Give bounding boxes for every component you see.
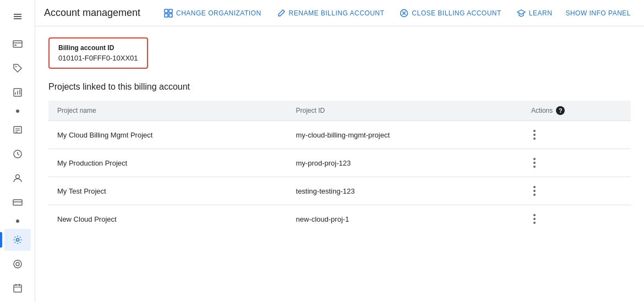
tag-icon bbox=[12, 63, 23, 74]
more-dot bbox=[533, 186, 536, 188]
change-organization-button[interactable]: CHANGE ORGANIZATION bbox=[157, 4, 268, 22]
svg-rect-0 bbox=[13, 41, 22, 47]
sidebar bbox=[0, 0, 35, 302]
svg-rect-19 bbox=[14, 285, 21, 292]
list-icon bbox=[12, 124, 23, 135]
svg-point-16 bbox=[16, 239, 19, 241]
svg-rect-24 bbox=[169, 9, 172, 13]
header: Account management CHANGE ORGANIZATION R… bbox=[35, 0, 644, 26]
more-dot bbox=[533, 222, 536, 224]
sidebar-item-dot1 bbox=[4, 106, 31, 117]
actions-cell bbox=[522, 205, 631, 233]
grid-icon bbox=[164, 9, 173, 18]
close-circle-icon bbox=[400, 9, 408, 18]
clock-icon bbox=[12, 149, 23, 160]
row-actions-menu-button[interactable] bbox=[531, 184, 622, 198]
billing-id-value: 010101-F0FFF0-10XX01 bbox=[58, 54, 138, 62]
svg-point-17 bbox=[14, 260, 21, 268]
sidebar-item-tags[interactable] bbox=[4, 57, 31, 79]
project-id-cell: my-prod-proj-123 bbox=[287, 149, 522, 177]
sidebar-item-account[interactable] bbox=[4, 167, 31, 189]
project-name-cell: New Cloud Project bbox=[48, 205, 287, 233]
rename-billing-account-label: RENAME BILLING ACCOUNT bbox=[289, 9, 385, 17]
calendar-icon bbox=[12, 283, 23, 294]
graduation-icon bbox=[517, 9, 526, 18]
learn-button[interactable]: LEARN bbox=[510, 4, 559, 22]
dot-icon bbox=[16, 109, 19, 113]
row-actions-menu-button[interactable] bbox=[531, 156, 622, 170]
learn-label: LEARN bbox=[529, 9, 553, 17]
row-actions-menu-button[interactable] bbox=[531, 212, 622, 226]
sidebar-item-transactions[interactable] bbox=[4, 119, 31, 141]
svg-point-13 bbox=[15, 175, 19, 179]
svg-point-18 bbox=[16, 262, 19, 266]
actions-cell bbox=[522, 121, 631, 149]
header-actions: CHANGE ORGANIZATION RENAME BILLING ACCOU… bbox=[157, 4, 635, 22]
col-project-name: Project name bbox=[48, 101, 287, 121]
col-actions: Actions ? bbox=[522, 101, 631, 121]
sidebar-item-commitments[interactable] bbox=[4, 277, 31, 299]
card-icon bbox=[12, 197, 23, 208]
edit-icon bbox=[277, 9, 286, 18]
dot-icon bbox=[16, 219, 19, 223]
project-id-cell: my-cloud-billing-mgmt-project bbox=[287, 121, 522, 149]
more-dot bbox=[533, 130, 536, 132]
sidebar-item-settings[interactable] bbox=[4, 229, 31, 251]
sidebar-item-billing[interactable] bbox=[4, 33, 31, 55]
actions-cell bbox=[522, 177, 631, 205]
more-dot bbox=[533, 166, 536, 168]
reports-icon bbox=[12, 87, 23, 98]
table-row: My Production Project my-prod-proj-123 bbox=[48, 149, 631, 177]
table-row: My Test Project testing-testing-123 bbox=[48, 177, 631, 205]
table-header: Project name Project ID Actions ? bbox=[48, 101, 631, 121]
actions-cell bbox=[522, 149, 631, 177]
svg-point-3 bbox=[15, 66, 16, 67]
sidebar-item-payment[interactable] bbox=[4, 191, 31, 213]
svg-rect-2 bbox=[14, 45, 17, 46]
person-icon bbox=[12, 173, 23, 184]
table-row: My Cloud Billing Mgmt Project my-cloud-b… bbox=[48, 121, 631, 149]
project-id-cell: testing-testing-123 bbox=[287, 177, 522, 205]
more-dot bbox=[533, 194, 536, 196]
page-title: Account management bbox=[44, 7, 140, 19]
actions-help-icon[interactable]: ? bbox=[556, 106, 565, 115]
project-name-cell: My Production Project bbox=[48, 149, 287, 177]
menu-icon bbox=[14, 14, 21, 19]
plugin-icon bbox=[12, 259, 23, 270]
billing-icon bbox=[12, 39, 23, 50]
svg-marker-30 bbox=[517, 10, 525, 14]
sidebar-item-reports[interactable] bbox=[4, 81, 31, 103]
sidebar-item-dot2 bbox=[4, 216, 31, 227]
main-content: Account management CHANGE ORGANIZATION R… bbox=[35, 0, 644, 302]
table-body: My Cloud Billing Mgmt Project my-cloud-b… bbox=[48, 121, 631, 233]
project-name-cell: My Cloud Billing Mgmt Project bbox=[48, 121, 287, 149]
close-billing-account-button[interactable]: CLOSE BILLING ACCOUNT bbox=[393, 4, 508, 22]
more-dot bbox=[533, 162, 536, 164]
billing-id-label: Billing account ID bbox=[58, 44, 138, 52]
more-dot bbox=[533, 190, 536, 192]
project-name-cell: My Test Project bbox=[48, 177, 287, 205]
change-organization-label: CHANGE ORGANIZATION bbox=[176, 9, 261, 17]
project-id-cell: new-cloud-proj-1 bbox=[287, 205, 522, 233]
projects-section-title: Projects linked to this billing account bbox=[48, 82, 631, 92]
show-info-panel-label: SHOW INFO PANEL bbox=[565, 9, 631, 17]
more-dot bbox=[533, 158, 536, 160]
svg-rect-25 bbox=[165, 14, 168, 17]
show-info-panel-button[interactable]: SHOW INFO PANEL bbox=[561, 9, 635, 17]
billing-account-id-box: Billing account ID 010101-F0FFF0-10XX01 bbox=[48, 37, 148, 69]
more-dot bbox=[533, 134, 536, 136]
sidebar-item-manage[interactable] bbox=[4, 253, 31, 275]
settings-icon bbox=[12, 234, 23, 245]
rename-billing-account-button[interactable]: RENAME BILLING ACCOUNT bbox=[270, 4, 391, 22]
sidebar-item-menu[interactable] bbox=[4, 6, 31, 28]
projects-table: Project name Project ID Actions ? bbox=[48, 101, 631, 233]
sidebar-item-history[interactable] bbox=[4, 143, 31, 165]
table-row: New Cloud Project new-cloud-proj-1 bbox=[48, 205, 631, 233]
svg-rect-14 bbox=[13, 200, 22, 205]
row-actions-menu-button[interactable] bbox=[531, 128, 622, 142]
content-area: Billing account ID 010101-F0FFF0-10XX01 … bbox=[35, 26, 644, 302]
close-billing-account-label: CLOSE BILLING ACCOUNT bbox=[412, 9, 501, 17]
col-project-id: Project ID bbox=[287, 101, 522, 121]
more-dot bbox=[533, 214, 536, 216]
more-dot bbox=[533, 138, 536, 140]
